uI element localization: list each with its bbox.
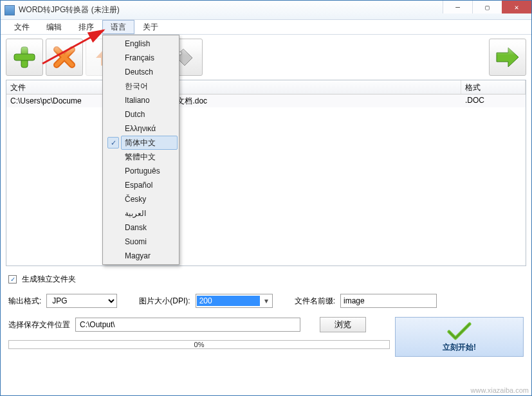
add-button[interactable] xyxy=(6,39,43,76)
language-option[interactable]: Suomi xyxy=(121,235,178,249)
start-button[interactable]: 立刻开始! xyxy=(395,317,524,357)
language-option[interactable]: 繁體中文 xyxy=(121,150,178,164)
browse-button[interactable]: 浏览 xyxy=(320,317,366,332)
language-option[interactable]: Česky xyxy=(121,192,178,206)
file-list: 文件 格式 C:\Users\pc\Docume C 文档.doc .DOC xyxy=(6,80,526,266)
language-option[interactable]: Español xyxy=(121,178,178,192)
remove-button[interactable] xyxy=(46,39,83,76)
language-option[interactable]: Italiano xyxy=(121,93,178,107)
menu-language[interactable]: 语言 EnglishFrançaisDeutsch한국어ItalianoDutc… xyxy=(102,20,134,34)
app-window: WORD转JPG转换器 (未注册) ─ ▢ ✕ 文件 编辑 排序 语言 Engl… xyxy=(0,0,532,396)
column-file[interactable]: 文件 xyxy=(6,80,461,94)
output-format-select[interactable]: JPG xyxy=(46,294,117,308)
language-option[interactable]: ✓简体中文 xyxy=(121,136,178,150)
progress-text: 0% xyxy=(194,341,205,348)
language-option[interactable]: Français xyxy=(121,51,178,65)
menu-file[interactable]: 文件 xyxy=(6,20,38,34)
close-button[interactable]: ✕ xyxy=(502,1,531,14)
maximize-button[interactable]: ▢ xyxy=(472,1,502,14)
next-button[interactable] xyxy=(489,39,526,76)
output-dir-label: 选择保存文件位置 xyxy=(8,320,70,330)
language-option[interactable]: Dansk xyxy=(121,221,178,235)
menu-language-label: 语言 xyxy=(111,22,126,33)
watermark: www.xiazaiba.com xyxy=(471,386,529,394)
prefix-label: 文件名前缀: xyxy=(295,296,335,307)
menu-about[interactable]: 关于 xyxy=(134,20,167,34)
language-option[interactable]: Dutch xyxy=(121,107,178,122)
language-option[interactable]: Deutsch xyxy=(121,65,178,79)
language-dropdown: EnglishFrançaisDeutsch한국어ItalianoDutchΕλ… xyxy=(102,35,179,265)
titlebar: WORD转JPG转换器 (未注册) ─ ▢ ✕ xyxy=(1,1,531,20)
progress-bar: 0% xyxy=(8,340,390,349)
language-option[interactable]: العربية xyxy=(121,206,178,221)
dpi-value: 200 xyxy=(197,296,260,306)
check-icon: ✓ xyxy=(107,137,119,148)
bottom-panel: ✓ 生成独立文件夹 输出格式: JPG 图片大小(DPI): 200 ▾ 文件名… xyxy=(1,266,531,357)
language-option[interactable]: Magyar xyxy=(121,249,178,263)
independent-folder-label: 生成独立文件夹 xyxy=(22,274,76,285)
chevron-down-icon: ▾ xyxy=(261,296,272,305)
cell-file: C:\Users\pc\Docume C 文档.doc xyxy=(6,94,461,107)
minimize-button[interactable]: ─ xyxy=(443,1,472,14)
start-button-label: 立刻开始! xyxy=(443,342,476,353)
toolbar xyxy=(1,35,531,80)
language-option[interactable]: Português xyxy=(121,164,178,178)
dpi-select[interactable]: 200 ▾ xyxy=(196,294,273,308)
language-option[interactable]: Ελληνικά xyxy=(121,122,178,136)
dpi-label: 图片大小(DPI): xyxy=(139,296,190,307)
window-title: WORD转JPG转换器 (未注册) xyxy=(19,4,443,15)
app-icon xyxy=(5,5,15,15)
list-header: 文件 格式 xyxy=(6,80,526,94)
menubar: 文件 编辑 排序 语言 EnglishFrançaisDeutsch한국어Ita… xyxy=(1,20,531,35)
window-buttons: ─ ▢ ✕ xyxy=(443,1,531,19)
table-row[interactable]: C:\Users\pc\Docume C 文档.doc .DOC xyxy=(6,94,526,107)
independent-folder-checkbox[interactable]: ✓ xyxy=(8,275,17,284)
menu-edit[interactable]: 编辑 xyxy=(38,20,70,34)
output-dir-input[interactable] xyxy=(75,318,300,332)
prefix-input[interactable] xyxy=(340,294,437,308)
column-format[interactable]: 格式 xyxy=(461,80,526,94)
language-option[interactable]: 한국어 xyxy=(121,79,178,93)
menu-sort[interactable]: 排序 xyxy=(70,20,102,34)
language-option[interactable]: English xyxy=(121,37,178,51)
output-format-label: 输出格式: xyxy=(8,296,41,307)
check-icon xyxy=(445,321,473,341)
cell-format: .DOC xyxy=(461,94,526,107)
